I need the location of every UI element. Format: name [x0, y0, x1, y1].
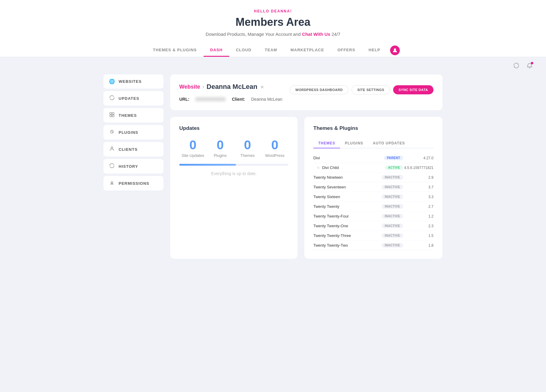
table-row: Twenty Nineteen INACTIVE 2.9: [313, 173, 433, 182]
sidebar-item-themes[interactable]: THEMES: [103, 108, 164, 123]
permissions-sidebar-icon: [109, 180, 115, 186]
tab-plugins[interactable]: PLUGINS: [340, 139, 368, 148]
themes-label: Themes: [234, 153, 261, 158]
svg-rect-4: [112, 115, 114, 117]
panels-row: Updates 0 Site Updates 0 Plugins 0 Theme…: [170, 117, 443, 259]
user-icon: [393, 48, 397, 53]
chat-link[interactable]: Chat With Us: [302, 32, 330, 37]
client-name: Deanna McLean: [251, 97, 282, 102]
theme-name-twenty-twenty-four: Twenty Twenty-Four: [313, 214, 382, 218]
tab-themes-plugins[interactable]: THEMES & PLUGINS: [146, 44, 204, 57]
user-avatar[interactable]: [390, 46, 400, 55]
svg-point-6: [111, 147, 113, 149]
sidebar-item-updates[interactable]: UPDATES: [103, 91, 164, 106]
theme-version-divi: 4.27.0: [403, 156, 433, 160]
sidebar-label-clients: CLIENTS: [119, 147, 138, 152]
breadcrumb-website-link[interactable]: Website: [179, 84, 200, 90]
themes-plugins-title: Themes & Plugins: [313, 125, 433, 131]
subtitle: Download Products, Manage Your Account a…: [6, 32, 540, 37]
wordpress-label: WordPress: [261, 153, 288, 158]
site-updates-label: Site Updates: [179, 153, 207, 158]
favorite-star-icon[interactable]: ★: [260, 84, 264, 90]
site-settings-button[interactable]: SITE SETTINGS: [352, 85, 390, 94]
sidebar-label-updates: UPDATES: [119, 96, 139, 101]
sidebar-item-history[interactable]: HISTORY: [103, 159, 164, 174]
theme-version-twenty-twenty-four: 1.2: [403, 214, 433, 218]
wordpress-number: 0: [261, 139, 288, 151]
stat-wordpress: 0 WordPress: [261, 139, 288, 158]
child-arrow-icon: ↳: [317, 166, 320, 170]
refresh-sidebar-icon: [109, 95, 115, 101]
table-row: Twenty Twenty-One INACTIVE 2.3: [313, 221, 433, 231]
tab-auto-updates[interactable]: AUTO UPDATES: [368, 139, 410, 148]
history-sidebar-icon: [109, 163, 115, 169]
theme-version-twenty-nineteen: 2.9: [403, 175, 433, 180]
refresh-icon[interactable]: [512, 61, 521, 70]
content-area: Website › Deanna McLean ★ WORDPRESS DASH…: [170, 74, 443, 259]
theme-version-twenty-twenty: 2.7: [403, 204, 433, 209]
badge-inactive-twenty-twenty-two: INACTIVE: [382, 243, 403, 248]
theme-name-divi: Divi: [313, 156, 384, 160]
theme-version-twenty-seventeen: 3.7: [403, 185, 433, 189]
site-header-row: Website › Deanna McLean ★ WORDPRESS DASH…: [179, 83, 433, 97]
sync-site-data-button[interactable]: SYNC SITE DATA: [393, 85, 433, 94]
notification-icon[interactable]: [525, 61, 534, 70]
breadcrumb-site-name: Deanna McLean: [207, 83, 258, 91]
badge-inactive-twenty-twenty: INACTIVE: [382, 204, 403, 209]
theme-name-twenty-twenty-one: Twenty Twenty-One: [313, 224, 382, 228]
sidebar-item-permissions[interactable]: PERMISSIONS: [103, 176, 164, 191]
tab-offers[interactable]: OFFERS: [331, 44, 362, 57]
breadcrumb-arrow-icon: ›: [203, 84, 204, 90]
toolbar-row: [0, 57, 546, 74]
site-actions: WORDPRESS DASHBOARD SITE SETTINGS SYNC S…: [290, 85, 433, 94]
themes-table: Divi PARENT 4.27.0 ↳ Divi Child ACTIVE 4…: [313, 153, 433, 250]
subtitle-text: Download Products, Manage Your Account a…: [206, 32, 301, 37]
theme-name-twenty-seventeen: Twenty Seventeen: [313, 185, 382, 189]
table-row: Twenty Seventeen INACTIVE 3.7: [313, 182, 433, 192]
sidebar-item-plugins[interactable]: PLUGINS: [103, 125, 164, 140]
badge-inactive-twenty-nineteen: INACTIVE: [382, 175, 403, 180]
plugins-number: 0: [207, 139, 234, 151]
theme-name-twenty-nineteen: Twenty Nineteen: [313, 175, 382, 180]
theme-version-twenty-twenty-one: 2.3: [403, 224, 433, 228]
table-row: Twenty Twenty-Four INACTIVE 1.2: [313, 211, 433, 221]
plugins-label: Plugins: [207, 153, 234, 158]
badge-active-divi-child: ACTIVE: [385, 165, 403, 170]
table-row: Divi PARENT 4.27.0: [313, 153, 433, 163]
main-content: 🌐 WEBSITES UPDATES THEMES: [91, 74, 455, 271]
tab-marketplace[interactable]: MARKETPLACE: [284, 44, 331, 57]
wordpress-dashboard-button[interactable]: WORDPRESS DASHBOARD: [290, 85, 349, 94]
stat-plugins: 0 Plugins: [207, 139, 234, 158]
badge-inactive-twenty-twenty-four: INACTIVE: [382, 214, 403, 218]
page-title: Members Area: [6, 16, 540, 29]
updates-stats: 0 Site Updates 0 Plugins 0 Themes 0 Word…: [179, 139, 288, 158]
table-row: Twenty Twenty INACTIVE 2.7: [313, 202, 433, 211]
sidebar-label-history: HISTORY: [119, 164, 138, 169]
table-row: Twenty Sixteen INACTIVE 3.3: [313, 192, 433, 202]
table-row: Twenty Twenty-Three INACTIVE 1.5: [313, 231, 433, 241]
sidebar-label-permissions: PERMISSIONS: [119, 181, 149, 186]
badge-inactive-twenty-sixteen: INACTIVE: [382, 194, 403, 199]
updates-panel-title: Updates: [179, 125, 288, 131]
tab-themes[interactable]: THEMES: [313, 139, 340, 148]
svg-rect-1: [110, 113, 112, 114]
tab-team[interactable]: TEAM: [258, 44, 284, 57]
tab-cloud[interactable]: CLOUD: [229, 44, 258, 57]
sidebar: 🌐 WEBSITES UPDATES THEMES: [103, 74, 164, 259]
plugins-sidebar-icon: [109, 129, 115, 135]
site-updates-number: 0: [179, 139, 207, 151]
svg-rect-3: [110, 115, 112, 117]
tab-help[interactable]: HELP: [362, 44, 387, 57]
client-label: Client:: [232, 97, 245, 102]
tab-dash[interactable]: DASH: [204, 44, 229, 57]
site-info-row: URL: Client: Deanna McLean: [179, 97, 433, 102]
sidebar-item-clients[interactable]: CLIENTS: [103, 142, 164, 157]
breadcrumb: Website › Deanna McLean ★: [179, 83, 264, 91]
sidebar-item-websites[interactable]: 🌐 WEBSITES: [103, 74, 164, 89]
themes-sidebar-icon: [109, 112, 115, 118]
theme-name-twenty-twenty-three: Twenty Twenty-Three: [313, 233, 382, 238]
nav-tabs-list: THEMES & PLUGINS DASH CLOUD TEAM MARKETP…: [6, 44, 540, 57]
url-label: URL:: [179, 97, 189, 102]
top-header: HELLO DEANNA! Members Area Download Prod…: [0, 0, 546, 57]
stat-themes: 0 Themes: [234, 139, 261, 158]
